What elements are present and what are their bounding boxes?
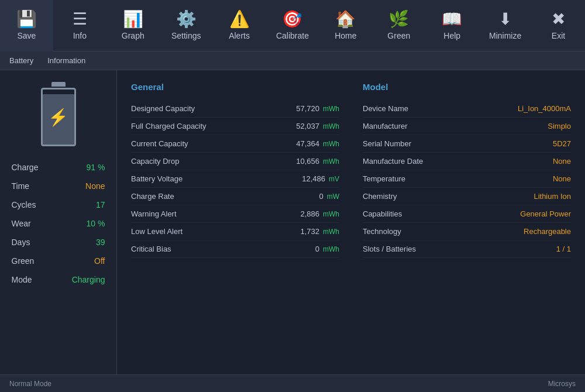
general-row-label: Battery Voltage (131, 174, 183, 183)
general-row-label: Low Level Alert (131, 227, 183, 236)
general-row-unit: mV (329, 175, 339, 183)
general-row-label: Current Capacity (131, 139, 188, 148)
sidebar-stats: Charge 91 % Time None Cycles 17 Wear 10 … (12, 158, 105, 289)
model-info-row: Serial Number 5D27 (363, 135, 571, 153)
nav-item-exit[interactable]: ✖ Exit (532, 0, 585, 51)
help-icon: 📖 (442, 11, 462, 27)
nav-item-graph[interactable]: 📊 Graph (106, 0, 160, 51)
breadcrumb: Battery Information (0, 51, 585, 70)
general-row-unit: mWh (323, 245, 339, 253)
model-row-value: Li_Ion_4000mA (518, 104, 571, 113)
general-row-label: Charge Rate (131, 192, 174, 201)
sidebar-row: Mode Charging (12, 270, 105, 289)
model-row-label: Chemistry (363, 192, 397, 201)
sidebar-row-value: 39 (96, 238, 105, 247)
green-icon: 🌿 (388, 11, 409, 27)
sidebar-row-label: Charge (12, 163, 39, 172)
model-row-label: Capabilities (363, 209, 402, 218)
footer-left: Normal Mode (9, 380, 51, 388)
general-info-row: Capacity Drop 10,656 mWh (131, 153, 339, 170)
model-row-label: Serial Number (363, 139, 411, 148)
model-info-row: Slots / Batteries 1 / 1 (363, 240, 571, 258)
sidebar-row-label: Mode (12, 275, 32, 284)
general-row-unit: mW (327, 192, 339, 201)
general-section: General Designed Capacity 57,720 mWh Ful… (131, 82, 339, 258)
model-info-row: Manufacture Date None (363, 153, 571, 170)
model-info-row: Manufacturer Simplo (363, 118, 571, 135)
general-row-value: 47,364 (296, 139, 319, 148)
nav-label-exit: Exit (552, 31, 565, 40)
nav-item-home[interactable]: 🏠 Home (319, 0, 372, 51)
model-info-row: Chemistry Lithium Ion (363, 188, 571, 205)
nav-item-info[interactable]: ☰ Info (53, 0, 106, 51)
general-row-label: Full Charged Capacity (131, 122, 207, 130)
model-row-label: Device Name (363, 104, 408, 113)
nav-item-save[interactable]: 💾 Save (0, 0, 53, 51)
sidebar-row-value: None (85, 181, 105, 191)
save-icon: 💾 (16, 11, 37, 27)
nav-item-help[interactable]: 📖 Help (425, 0, 479, 51)
nav-item-alerts[interactable]: ⚠️ Alerts (213, 0, 266, 51)
general-row-label: Capacity Drop (131, 157, 179, 166)
general-row-label: Designed Capacity (131, 104, 195, 113)
model-row-value: None (553, 157, 571, 166)
settings-icon: ⚙️ (176, 11, 197, 27)
sidebar: ⚡ Charge 91 % Time None Cycles 17 Wear 1… (0, 70, 117, 374)
model-info-row: Temperature None (363, 170, 571, 188)
exit-icon: ✖ (552, 11, 565, 27)
sidebar-row: Charge 91 % (12, 158, 105, 177)
model-title: Model (363, 82, 571, 92)
battery-icon: ⚡ (38, 82, 79, 146)
general-row-unit: mWh (323, 105, 339, 113)
sidebar-row-value: 17 (96, 200, 105, 209)
general-row-unit: mWh (323, 140, 339, 148)
general-info-row: Designed Capacity 57,720 mWh (131, 100, 339, 118)
model-rows: Device Name Li_Ion_4000mA Manufacturer S… (363, 100, 571, 258)
general-title: General (131, 82, 339, 92)
calibrate-icon: 🎯 (282, 11, 302, 27)
minimize-icon: ⬇ (498, 11, 512, 27)
sidebar-row-label: Green (12, 256, 35, 266)
general-info-row: Low Level Alert 1,732 mWh (131, 223, 339, 240)
general-row-value: 0 (315, 245, 319, 253)
model-row-value: Simplo (548, 122, 571, 130)
general-row-value: 1,732 (300, 227, 319, 236)
graph-icon: 📊 (123, 11, 143, 27)
sidebar-row-value: Off (94, 256, 105, 266)
general-row-value: 10,656 (296, 157, 319, 166)
model-row-value: 1 / 1 (556, 245, 571, 253)
nav-item-settings[interactable]: ⚙️ Settings (160, 0, 213, 51)
general-row-unit: mWh (323, 210, 339, 218)
general-row-unit: mWh (323, 122, 339, 130)
breadcrumb-battery: Battery (9, 56, 33, 65)
sidebar-row: Wear 10 % (12, 214, 105, 233)
nav-label-alerts: Alerts (229, 31, 250, 40)
general-info-row: Charge Rate 0 mW (131, 188, 339, 205)
model-row-label: Slots / Batteries (363, 245, 416, 253)
sidebar-row-label: Wear (12, 219, 31, 228)
general-row-value: 2,886 (300, 209, 319, 218)
nav-item-minimize[interactable]: ⬇ Minimize (479, 0, 532, 51)
footer-right: Microsys (548, 380, 576, 388)
top-navigation: 💾 Save ☰ Info 📊 Graph ⚙️ Settings ⚠️ Ale… (0, 0, 585, 51)
model-row-label: Manufacturer (363, 122, 408, 130)
info-grid: General Designed Capacity 57,720 mWh Ful… (131, 82, 571, 258)
info-content: General Designed Capacity 57,720 mWh Ful… (117, 70, 585, 374)
model-info-row: Technology Rechargeable (363, 223, 571, 240)
battery-tip (51, 82, 66, 87)
model-row-value: 5D27 (553, 139, 571, 148)
general-info-row: Current Capacity 47,364 mWh (131, 135, 339, 153)
nav-item-green[interactable]: 🌿 Green (372, 0, 425, 51)
general-info-row: Battery Voltage 12,486 mV (131, 170, 339, 188)
sidebar-row-label: Days (12, 238, 30, 247)
nav-label-home: Home (335, 31, 356, 40)
general-row-label: Critical Bias (131, 245, 171, 253)
nav-label-minimize: Minimize (489, 31, 521, 40)
nav-item-calibrate[interactable]: 🎯 Calibrate (266, 0, 319, 51)
nav-label-settings: Settings (171, 31, 201, 40)
nav-label-help: Help (443, 31, 460, 40)
sidebar-row: Time None (12, 177, 105, 195)
nav-label-green: Green (387, 31, 410, 40)
sidebar-row: Green Off (12, 252, 105, 270)
model-info-row: Device Name Li_Ion_4000mA (363, 100, 571, 118)
